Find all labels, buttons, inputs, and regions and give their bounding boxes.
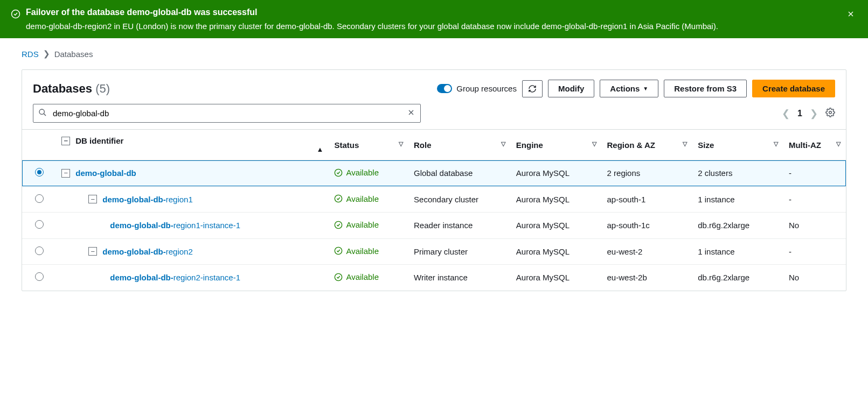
create-database-button[interactable]: Create database bbox=[752, 80, 835, 97]
row-radio[interactable] bbox=[35, 168, 44, 177]
panel-title: Databases (5) bbox=[33, 82, 110, 96]
db-link[interactable]: demo-global-db-region2-instance-1 bbox=[110, 273, 240, 282]
db-link[interactable]: demo-global-db-region1-instance-1 bbox=[110, 221, 240, 230]
status-badge: Available bbox=[334, 220, 379, 229]
svg-point-2 bbox=[829, 111, 832, 114]
settings-icon[interactable] bbox=[825, 108, 835, 119]
col-size[interactable]: Size▽ bbox=[692, 130, 783, 160]
success-banner: Failover of the database demo-global-db … bbox=[0, 0, 868, 38]
breadcrumb: RDS ❯ Databases bbox=[22, 49, 846, 59]
close-icon[interactable] bbox=[844, 8, 857, 23]
sort-icon: ▽ bbox=[592, 140, 596, 147]
collapse-icon[interactable]: − bbox=[61, 169, 70, 178]
databases-table: − DB identifier ▲ Status▽ Role▽ Engine▽ … bbox=[22, 129, 846, 291]
table-row[interactable]: − demo-global-db-region1 Available Secon… bbox=[22, 186, 846, 213]
caret-down-icon: ▼ bbox=[643, 86, 648, 91]
sort-icon: ▽ bbox=[683, 140, 687, 147]
sort-asc-icon: ▲ bbox=[317, 145, 324, 153]
db-link[interactable]: demo-global-db bbox=[75, 168, 136, 178]
search-icon bbox=[38, 108, 47, 119]
table-row[interactable]: − demo-global-db-region2 Available Prima… bbox=[22, 238, 846, 265]
svg-point-0 bbox=[12, 10, 20, 18]
next-page-button[interactable]: ❯ bbox=[810, 108, 818, 119]
breadcrumb-root[interactable]: RDS bbox=[22, 50, 39, 59]
row-radio[interactable] bbox=[35, 272, 44, 281]
banner-description: demo-global-db-region2 in EU (London) is… bbox=[26, 22, 844, 31]
collapse-all-icon[interactable]: − bbox=[61, 137, 70, 145]
status-badge: Available bbox=[334, 272, 379, 281]
col-db-identifier[interactable]: − DB identifier ▲ bbox=[56, 130, 329, 160]
svg-point-7 bbox=[335, 273, 342, 280]
restore-from-s3-button[interactable]: Restore from S3 bbox=[664, 80, 747, 97]
refresh-button[interactable] bbox=[522, 80, 543, 97]
collapse-icon[interactable]: − bbox=[88, 247, 97, 256]
status-badge: Available bbox=[334, 246, 379, 256]
table-row[interactable]: demo-global-db-region1-instance-1 Availa… bbox=[22, 213, 846, 239]
col-status[interactable]: Status▽ bbox=[329, 130, 408, 160]
banner-title: Failover of the database demo-global-db … bbox=[26, 8, 844, 17]
svg-point-3 bbox=[335, 169, 342, 176]
modify-button[interactable]: Modify bbox=[548, 80, 594, 97]
sort-icon: ▽ bbox=[399, 140, 403, 147]
check-circle-icon bbox=[334, 273, 343, 281]
prev-page-button[interactable]: ❮ bbox=[782, 108, 790, 119]
check-circle-icon bbox=[334, 194, 343, 203]
group-resources-toggle[interactable]: Group resources bbox=[437, 84, 517, 93]
status-badge: Available bbox=[334, 194, 379, 203]
refresh-icon bbox=[528, 84, 537, 93]
actions-button[interactable]: Actions ▼ bbox=[600, 80, 658, 97]
svg-point-1 bbox=[39, 109, 44, 114]
table-row[interactable]: demo-global-db-region2-instance-1 Availa… bbox=[22, 265, 846, 291]
col-multi-az[interactable]: Multi-AZ▽ bbox=[783, 130, 846, 160]
svg-point-5 bbox=[335, 221, 342, 228]
row-radio[interactable] bbox=[35, 194, 44, 203]
sort-icon: ▽ bbox=[774, 140, 778, 147]
clear-search-icon[interactable] bbox=[407, 108, 415, 119]
sort-icon: ▽ bbox=[501, 140, 505, 147]
svg-point-4 bbox=[335, 195, 342, 202]
col-role[interactable]: Role▽ bbox=[408, 130, 511, 160]
collapse-icon[interactable]: − bbox=[88, 195, 97, 203]
svg-point-6 bbox=[335, 247, 342, 254]
status-badge: Available bbox=[334, 168, 379, 177]
row-radio[interactable] bbox=[35, 246, 44, 255]
page-number: 1 bbox=[797, 109, 802, 118]
db-link[interactable]: demo-global-db-region1 bbox=[102, 195, 193, 204]
panel-count: (5) bbox=[95, 82, 110, 95]
table-row[interactable]: − demo-global-db Available Global databa… bbox=[22, 160, 846, 187]
databases-panel: Databases (5) Group resources Modify Act… bbox=[22, 69, 846, 291]
chevron-right-icon: ❯ bbox=[43, 49, 50, 59]
sort-icon: ▽ bbox=[836, 140, 841, 147]
search-box bbox=[33, 104, 421, 123]
col-region[interactable]: Region & AZ▽ bbox=[602, 130, 693, 160]
search-input[interactable] bbox=[33, 104, 421, 123]
check-circle-icon bbox=[334, 246, 343, 255]
check-circle-icon bbox=[334, 168, 343, 177]
col-engine[interactable]: Engine▽ bbox=[511, 130, 602, 160]
db-link[interactable]: demo-global-db-region2 bbox=[102, 247, 193, 256]
success-check-icon bbox=[11, 9, 20, 21]
check-circle-icon bbox=[334, 221, 343, 229]
toggle-on-icon[interactable] bbox=[437, 84, 452, 93]
row-radio[interactable] bbox=[35, 220, 44, 229]
breadcrumb-current: Databases bbox=[54, 50, 93, 59]
